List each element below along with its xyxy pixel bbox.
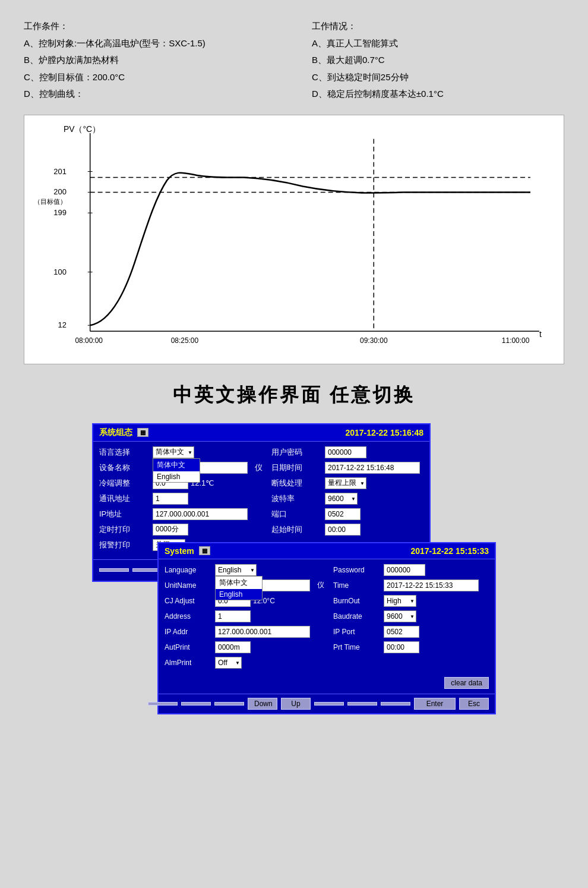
svg-text:201: 201 xyxy=(53,166,67,175)
btn-blank1-zh[interactable] xyxy=(99,568,129,572)
svg-text:09:30:00: 09:30:00 xyxy=(360,336,388,345)
label-lang-en: Language xyxy=(165,566,209,574)
btn-blank4-en[interactable] xyxy=(314,702,344,706)
info-right-line-1: B、最大超调0.7°C xyxy=(312,52,564,69)
label-lang-zh: 语言选择 xyxy=(99,447,147,458)
info-right-line-0: A、真正人工智能算式 xyxy=(312,35,564,52)
info-right-line-3: D、稳定后控制精度基本达±0.1°C xyxy=(312,86,564,103)
label-cj-en: CJ Adjust xyxy=(165,597,209,605)
info-right: 工作情况： A、真正人工智能算式 B、最大超调0.7°C C、到达稳定时间25分… xyxy=(312,18,564,103)
info-left-title: 工作条件： xyxy=(24,18,276,35)
input-time-zh[interactable] xyxy=(325,462,420,474)
panel-zh-datetime: 2017-12-22 15:16:48 xyxy=(345,428,423,437)
panel-zh-cols: 语言选择 简体中文 简体中文 English 设备名称 xyxy=(99,446,423,555)
panel-en-col-left: Language English 简体中文 English xyxy=(165,564,324,672)
btn-blank6-en[interactable] xyxy=(381,702,410,706)
panel-en-row-pass: Password xyxy=(333,564,489,576)
panels-container: 系统组态 ▦ 2017-12-22 15:16:48 语言选择 简体中文 xyxy=(92,423,496,768)
dropdown-lang-en-box[interactable]: English xyxy=(215,564,257,576)
input-prttime-zh[interactable] xyxy=(325,524,361,536)
input-prttime-en[interactable] xyxy=(384,641,419,653)
label-addr-en: Address xyxy=(165,612,209,621)
dropdown-lang-en-open: 简体中文 English xyxy=(215,576,263,600)
dropdown-burn-zh[interactable]: 量程上限 xyxy=(325,477,366,489)
panel-zh-row-time: 日期时间 xyxy=(271,462,423,474)
btn-blank2-en[interactable] xyxy=(181,702,211,706)
dropdown-baud-en[interactable]: 9600 xyxy=(384,610,416,622)
panel-zh-row-addr: 通讯地址 xyxy=(99,493,263,505)
btn-clear-en[interactable]: clear data xyxy=(444,677,489,689)
dropdown-burn-en[interactable]: High xyxy=(384,595,416,607)
panel-zh-icon: ▦ xyxy=(137,428,148,437)
dropdown-lang-en[interactable]: English 简体中文 English xyxy=(215,564,257,576)
panel-zh-row-port: 端口 xyxy=(271,508,423,520)
panel-en-row-prttime: Prt Time xyxy=(333,641,489,653)
input-addr-zh[interactable] xyxy=(153,493,188,505)
panel-zh-row-print: 定时打印 xyxy=(99,524,263,536)
info-left: 工作条件： A、控制对象:一体化高温电炉(型号：SXC-1.5) B、炉膛内放满… xyxy=(24,18,276,103)
btn-blank1-en[interactable] xyxy=(148,702,178,706)
input-ip-en[interactable] xyxy=(215,626,310,638)
panel-en-header: System ▦ 2017-12-22 15:15:33 xyxy=(159,543,495,559)
dropdown-option-jiantizh-en[interactable]: 简体中文 xyxy=(216,577,262,589)
label-addr-zh: 通讯地址 xyxy=(99,493,147,504)
btn-blank5-en[interactable] xyxy=(347,702,377,706)
input-port-zh[interactable] xyxy=(325,508,361,520)
input-time-en[interactable] xyxy=(384,580,479,591)
panel-zh-col-left: 语言选择 简体中文 简体中文 English 设备名称 xyxy=(99,446,263,555)
panel-zh-row-baud: 波特率 9600 xyxy=(271,493,423,505)
dropdown-option-english-zh[interactable]: English xyxy=(153,471,200,482)
input-ip-zh[interactable] xyxy=(153,508,248,520)
info-right-line-2: C、到达稳定时间25分钟 xyxy=(312,69,564,86)
dropdown-option-jiantizh[interactable]: 简体中文 xyxy=(153,459,200,471)
panel-en-row-time: Time xyxy=(333,580,489,591)
btn-enter-en[interactable]: Enter xyxy=(414,698,456,710)
panel-zh-row-pass: 用户密码 xyxy=(271,446,423,458)
label-port-zh: 端口 xyxy=(271,509,319,519)
panel-en-row-baud: Baudrate 9600 xyxy=(333,610,489,622)
dropdown-baud-zh[interactable]: 9600 xyxy=(325,493,358,505)
svg-text:PV（°C）: PV（°C） xyxy=(64,124,100,133)
input-print-en[interactable] xyxy=(215,641,251,653)
panel-en-row-addr: Address xyxy=(165,610,324,622)
label-burn-en: BurnOut xyxy=(333,597,378,605)
panel-en-title-area: System ▦ xyxy=(165,546,210,556)
info-left-line-3: D、控制曲线： xyxy=(24,86,276,103)
label-burn-zh: 断线处理 xyxy=(271,478,319,489)
section-title: 中英文操作界面 任意切换 xyxy=(24,382,564,408)
svg-text:08:25:00: 08:25:00 xyxy=(171,336,199,345)
btn-up-en[interactable]: Up xyxy=(281,698,311,710)
label-prttime-zh: 起始时间 xyxy=(271,524,319,535)
label-cj-zh: 冷端调整 xyxy=(99,478,147,489)
input-pass-zh[interactable] xyxy=(325,446,366,458)
input-addr-en[interactable] xyxy=(215,610,251,622)
info-left-line-1: B、炉膛内放满加热材料 xyxy=(24,52,276,69)
dropdown-option-english-en[interactable]: English xyxy=(216,589,262,600)
dropdown-alm-en[interactable]: Off xyxy=(215,657,242,669)
input-pass-en[interactable] xyxy=(384,564,425,576)
panel-en-row-print: AutPrint xyxy=(165,641,324,653)
panel-en-body: Language English 简体中文 English xyxy=(159,559,495,694)
panel-en: System ▦ 2017-12-22 15:15:33 Language En… xyxy=(157,542,496,714)
btn-esc-en[interactable]: Esc xyxy=(459,698,489,710)
panel-zh-header: 系统组态 ▦ 2017-12-22 15:16:48 xyxy=(93,424,429,442)
panel-en-footer: Down Up Enter Esc xyxy=(159,694,495,713)
info-right-title: 工作情况： xyxy=(312,18,564,35)
chart-area: PV（°C） t 201 200 （目标值） 199 100 12 08: xyxy=(24,115,564,364)
chart-svg: PV（°C） t 201 200 （目标值） 199 100 12 08: xyxy=(24,121,558,358)
btn-blank3-en[interactable] xyxy=(214,702,244,706)
panel-en-datetime: 2017-12-22 15:15:33 xyxy=(410,546,489,556)
label-print-zh: 定时打印 xyxy=(99,524,147,535)
btn-down-en[interactable]: Down xyxy=(248,698,277,710)
input-print-zh[interactable] xyxy=(153,524,188,536)
label-ip-en: IP Addr xyxy=(165,628,209,636)
dropdown-lang-zh[interactable]: 简体中文 简体中文 English xyxy=(153,446,194,458)
label-name-en: UnitName xyxy=(165,581,209,590)
info-left-line-0: A、控制对象:一体化高温电炉(型号：SXC-1.5) xyxy=(24,35,276,52)
panel-zh-row-burn: 断线处理 量程上限 xyxy=(271,477,423,489)
panel-zh-col-right: 用户密码 日期时间 断线处理 量程上限 xyxy=(271,446,423,555)
label-time-en: Time xyxy=(333,581,378,590)
label-prttime-en: Prt Time xyxy=(333,643,378,651)
input-port-en[interactable] xyxy=(384,626,419,638)
dropdown-lang-zh-box[interactable]: 简体中文 xyxy=(153,446,194,458)
